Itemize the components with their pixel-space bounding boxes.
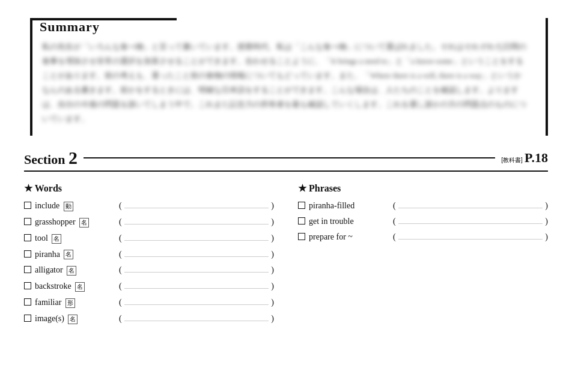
word-row-tool: tool 名 ( ) [24,234,274,244]
phrase-row-prepare-for: prepare for ~ ( ) [298,232,548,242]
summary-section: Summary 私の先生が「いろんな食べ物」と言って書いています。授業時代、私は… [30,18,536,136]
line-grasshopper [124,224,269,225]
word-alligator: alligator 名 [35,265,113,276]
ref-page: P.18 [525,150,548,165]
paren-open-pfr: ( [393,232,396,242]
checkbox-piranha[interactable] [24,250,31,258]
checkbox-grasshopper[interactable] [24,218,31,225]
section2-line [84,157,495,158]
paren-open-include: ( [119,201,122,211]
phrases-header: ★ Phrases [298,182,548,194]
line-familiar [124,304,269,305]
summary-title: Summary [40,19,100,35]
type-piranha: 名 [64,250,73,259]
section2-title: Section 2 [24,148,78,168]
paren-open-grasshopper: ( [119,217,122,227]
type-familiar: 形 [65,298,75,308]
checkbox-tool[interactable] [24,234,31,241]
phrase-piranha-filled: piranha-filled [309,201,387,211]
paren-close-backstroke: ) [271,282,274,291]
checkbox-alligator[interactable] [24,266,31,273]
word-images: image(s) 名 [35,314,113,324]
section2-header: Section 2 [教科書] P.18 [24,148,548,172]
paren-open-git: ( [393,217,396,226]
type-backstroke: 名 [75,282,85,292]
line-piranha [124,256,269,257]
paren-open-piranha: ( [119,250,122,259]
paren-open-alligator: ( [119,265,122,275]
type-grasshopper: 名 [79,218,89,228]
line-tool [124,240,269,241]
line-include [124,208,269,208]
words-header: ★ Words [24,182,274,194]
phrase-prepare-for: prepare for ~ [309,232,387,242]
paren-close-grasshopper: ) [271,217,274,227]
word-grasshopper: grasshopper 名 [35,217,113,228]
phrase-row-piranha-filled: piranha-filled ( ) [298,201,548,211]
words-column: ★ Words include 動 ( ) grasshopper 名 ( ) … [24,182,274,330]
line-backstroke [124,288,269,289]
line-git [398,223,543,224]
line-pfr [398,239,543,240]
type-include: 動 [64,202,73,211]
paren-close-images: ) [271,314,274,324]
phrase-get-in-trouble: get in trouble [309,217,387,226]
section-number: 2 [68,148,78,167]
line-images [124,321,269,321]
summary-top-border [32,18,177,20]
checkbox-images[interactable] [24,315,31,322]
word-row-include: include 動 ( ) [24,201,274,211]
summary-right-border [546,18,548,136]
type-tool: 名 [52,234,61,244]
word-include: include 動 [35,201,113,211]
word-piranha: piranha 名 [35,250,113,260]
word-row-grasshopper: grasshopper 名 ( ) [24,217,274,228]
word-backstroke: backstroke 名 [35,282,113,292]
content-grid: ★ Words include 動 ( ) grasshopper 名 ( ) … [24,182,548,330]
word-tool: tool 名 [35,234,113,244]
word-row-piranha: piranha 名 ( ) [24,250,274,260]
checkbox-get-in-trouble[interactable] [298,217,305,225]
phrases-column: ★ Phrases piranha-filled ( ) get in trou… [298,182,548,330]
checkbox-piranha-filled[interactable] [298,202,305,209]
line-alligator [124,272,269,273]
ref-bracket-close: ] [521,157,523,163]
paren-close-alligator: ) [271,265,274,275]
paren-close-pf: ) [545,201,548,211]
paren-open-pf: ( [393,201,396,211]
word-familiar: familiar 形 [35,298,113,308]
paren-close-git: ) [545,217,548,226]
checkbox-familiar[interactable] [24,298,31,306]
section2-ref: [教科書] P.18 [501,150,548,166]
paren-open-tool: ( [119,234,122,243]
line-pf [398,208,543,208]
paren-close-tool: ) [271,234,274,243]
word-row-backstroke: backstroke 名 ( ) [24,282,274,292]
word-row-alligator: alligator 名 ( ) [24,265,274,276]
type-alligator: 名 [67,266,76,276]
ref-label: 教科書 [503,157,521,163]
checkbox-include[interactable] [24,202,31,209]
phrase-row-get-in-trouble: get in trouble ( ) [298,217,548,226]
paren-close-familiar: ) [271,298,274,307]
checkbox-backstroke[interactable] [24,282,31,289]
paren-close-include: ) [271,201,274,211]
word-row-familiar: familiar 形 ( ) [24,298,274,308]
paren-close-pfr: ) [545,232,548,242]
checkbox-prepare-for[interactable] [298,233,305,240]
summary-body: 私の先生が「いろんな食べ物」と言って書いています。授業時代、私は「こんな食べ物」… [32,35,536,136]
word-row-images: image(s) 名 ( ) [24,314,274,324]
paren-open-familiar: ( [119,298,122,307]
type-images: 名 [68,315,78,324]
paren-open-images: ( [119,314,122,324]
paren-close-piranha: ) [271,250,274,259]
section-label: Section [24,152,65,167]
paren-open-backstroke: ( [119,282,122,291]
